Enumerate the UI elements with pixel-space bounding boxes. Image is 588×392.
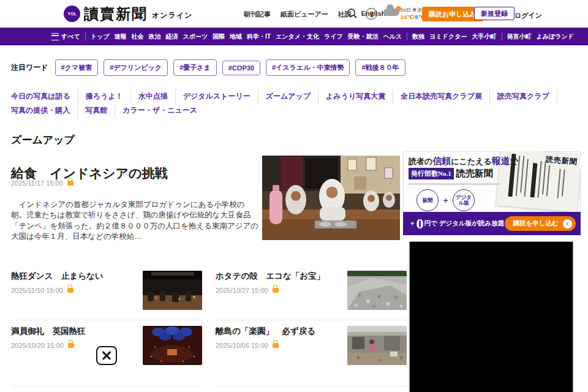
photonav-underwater[interactable]: 水中点描 [138, 89, 176, 104]
lock-icon [67, 181, 74, 186]
nav-sudoku[interactable]: 数独 [412, 32, 424, 41]
list-divider [11, 320, 202, 320]
nav-breaking[interactable]: 速報 [114, 32, 126, 41]
ad-plan-circles: 新聞 ＋ デジタル版 [417, 189, 475, 211]
photonav-todays-photo[interactable]: 今日の写真は語る [11, 89, 78, 104]
circulation-no1-badge: 発行部数No.1 [409, 168, 454, 179]
video-player-placeholder[interactable] [409, 241, 573, 392]
weather-date: 20日 東京 [401, 7, 422, 13]
page-title: ズームアップ [11, 133, 75, 147]
photonav-photo-award[interactable]: よみうり写真大賞 [326, 89, 393, 104]
ad-brand-row: 発行部数No.1 読売新聞 [409, 168, 493, 179]
article-card[interactable]: 離島の「楽園」 必ず戻る 2025/10/06 15:00 [216, 326, 407, 374]
list-divider [11, 386, 202, 386]
register-button[interactable]: 新規登録 [474, 7, 514, 20]
article-thumbnail [143, 271, 202, 310]
nav-society[interactable]: 社会 [131, 32, 143, 41]
keyword-tag-israel[interactable]: #イスラエル・中東情勢 [266, 59, 350, 76]
nav-yomidoctor[interactable]: ヨミドクター [429, 32, 467, 41]
cloud-icon [383, 9, 399, 16]
keyword-tag-aiko[interactable]: #愛子さま [173, 59, 217, 76]
plus-icon: ＋ [442, 195, 450, 206]
feature-article-image[interactable] [262, 156, 400, 240]
feature-article-date: 2025/11/17 15:00 [11, 179, 74, 187]
weather-widget[interactable]: 20日 東京 14℃/6℃ [383, 4, 420, 24]
photonav-color-the-news[interactable]: カラー・ザ・ニュース [123, 104, 205, 118]
lock-icon [273, 288, 279, 293]
search-icon[interactable] [347, 8, 358, 19]
temp-high: 14℃ [401, 14, 413, 20]
nav-divider [85, 32, 86, 40]
nav-health[interactable]: ヘルス [383, 32, 402, 41]
help-icon[interactable] [366, 8, 377, 20]
login-link[interactable]: ログイン [514, 11, 542, 20]
ad-disclaimer-line [409, 183, 500, 185]
list-divider [216, 320, 407, 320]
nav-divider [407, 32, 407, 40]
article-card[interactable]: ホタテの殻 エコな「お宝」 2025/10/27 15:00 [216, 271, 407, 318]
keywords-label: 注目ワード [11, 62, 48, 73]
photonav-zoom-up[interactable]: ズームアップ [266, 89, 318, 104]
keyword-tag-postwar80[interactable]: #戦後８０年 [355, 59, 405, 76]
photonav-photo-club-exhibition[interactable]: 全日本読売写真クラブ展 [401, 89, 490, 104]
nav-sports[interactable]: スポーツ [183, 32, 208, 41]
site-logo[interactable]: 讀賣新聞 [84, 4, 148, 24]
feature-article-excerpt: インドネシアの首都ジャカルタ東部プロガドゥンにある小学校の朝。児童たちは教室で祈… [11, 200, 260, 243]
nav-economy[interactable]: 経済 [165, 32, 178, 41]
paper-plan-circle: 新聞 [417, 189, 439, 211]
article-card[interactable]: 熱狂ダンス 止まらない 2025/11/10 15:00 [11, 271, 202, 318]
featured-keywords: 注目ワード #クマ被害 #デフリンピック #愛子さま #COP30 #イスラエル… [11, 59, 405, 76]
photonav-photo-club[interactable]: 読売写真クラブ [497, 89, 557, 104]
menu-icon [51, 33, 59, 40]
lock-icon [67, 288, 74, 293]
article-thumbnail [347, 326, 407, 365]
weather-temps: 14℃/6℃ [401, 14, 424, 20]
top-header: YOL 讀賣新聞 オンライン 朝刊記事 紙面ビューアー 社説 English 2… [0, 0, 588, 28]
nav-hatsugen-komachi[interactable]: 発言小町 [507, 32, 532, 41]
header-nav-paper-viewer[interactable]: 紙面ビューアー [281, 10, 328, 19]
list-divider [216, 386, 407, 386]
keyword-tag-deaflympics[interactable]: #デフリンピック [104, 59, 168, 76]
photonav-photo-gallery[interactable]: 写真館 [85, 104, 115, 118]
yol-logo-icon[interactable]: YOL [64, 6, 80, 22]
lock-icon [273, 343, 279, 348]
nav-divider [502, 32, 502, 40]
nav-region[interactable]: 地域 [230, 32, 242, 41]
article-thumbnail [143, 326, 202, 365]
photonav-torouyo[interactable]: 撮ろうよ！ [86, 89, 131, 104]
close-icon[interactable] [96, 346, 117, 365]
keyword-tag-kuma[interactable]: #クマ被害 [55, 59, 99, 76]
nav-yomipo-land[interactable]: よみぽランド [537, 32, 574, 41]
nav-life[interactable]: ライフ [324, 32, 343, 41]
nav-world[interactable]: 国際 [213, 32, 225, 41]
nav-top[interactable]: トップ [91, 32, 110, 41]
main-nav-bar: すべて トップ 速報 社会 政治 経済 スポーツ 国際 地域 科学・IT エンタ… [0, 28, 588, 45]
header-nav: 朝刊記事 紙面ビューアー 社説 English [244, 10, 386, 19]
photonav-digital-story[interactable]: デジタルストーリー [183, 89, 258, 104]
nav-exam-career[interactable]: 受験・就活 [348, 32, 379, 41]
lock-icon [68, 343, 74, 348]
chevron-right-icon [563, 219, 572, 228]
nav-science-it[interactable]: 科学・IT [247, 32, 271, 41]
article-thumbnail [347, 271, 407, 310]
ad-subscribe-button[interactable]: 購読を申し込む [505, 216, 576, 231]
ad-brand-name: 読売新聞 [456, 168, 493, 179]
header-nav-morning-edition[interactable]: 朝刊記事 [244, 10, 271, 19]
nav-entertainment[interactable]: エンタメ・文化 [276, 32, 319, 41]
digital-plan-circle: デジタル版 [453, 189, 475, 211]
nav-politics[interactable]: 政治 [148, 32, 160, 41]
subscription-ad[interactable]: 読売新聞 読者の信頼にこたえる報道で 発行部数No.1 読売新聞 新聞 ＋ デジ… [403, 151, 581, 235]
photo-section-nav: 今日の写真は語る 撮ろうよ！ 水中点描 デジタルストーリー ズームアップ よみう… [11, 89, 579, 118]
ad-headline: 読者の信頼にこたえる報道で [409, 156, 518, 167]
site-logo-subtitle: オンライン [152, 10, 192, 21]
ad-offer-band: ＋0円で デジタル版が読み放題！ 購読を申し込む [403, 212, 581, 235]
ad-offer-text: ＋0円で デジタル版が読み放題！ [409, 216, 511, 231]
keyword-tag-cop30[interactable]: #COP30 [222, 61, 260, 75]
nav-otekomachi[interactable]: 大手小町 [472, 32, 497, 41]
photonav-photo-purchase[interactable]: 写真の提供・購入 [11, 104, 78, 118]
nav-all-menu[interactable]: すべて [51, 32, 80, 41]
yomiuri-online-page: YOL 讀賣新聞 オンライン 朝刊記事 紙面ビューアー 社説 English 2… [0, 0, 588, 392]
